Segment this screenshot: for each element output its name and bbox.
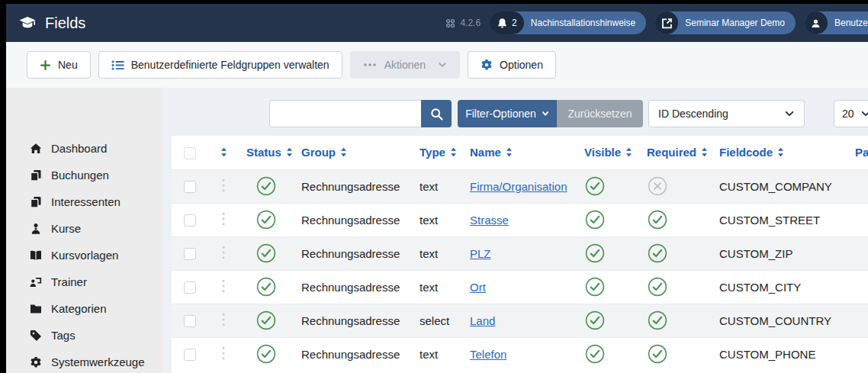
drag-handle-icon[interactable] bbox=[222, 279, 225, 293]
check-circle-icon[interactable] bbox=[648, 277, 667, 297]
nachinstallationshinweise-pill[interactable]: 2 Nachinstallationshinweise bbox=[490, 11, 646, 34]
drag-handle-icon[interactable] bbox=[222, 178, 225, 192]
sidebar-item-tags[interactable]: Tags bbox=[6, 322, 162, 349]
seminar-manager-demo-pill[interactable]: Seminar Manager Demo bbox=[655, 11, 796, 34]
check-circle-icon[interactable] bbox=[256, 243, 276, 263]
drag-handle-icon[interactable] bbox=[222, 346, 225, 360]
row-checkbox[interactable] bbox=[184, 281, 196, 294]
row-checkbox[interactable] bbox=[184, 181, 196, 193]
sidebar: Dashboard Buchungen Interessenten Kurse … bbox=[6, 88, 162, 373]
fieldcode-cell: CUSTOM_STREET bbox=[719, 214, 820, 227]
column-header-visible[interactable]: Visible bbox=[577, 136, 639, 169]
check-circle-icon[interactable] bbox=[256, 344, 276, 364]
search-input[interactable] bbox=[269, 100, 421, 127]
column-header-required[interactable]: Required bbox=[639, 136, 712, 169]
search-button[interactable] bbox=[421, 100, 452, 127]
check-circle-icon[interactable] bbox=[256, 310, 276, 330]
table-row: Rechnungsadresse text Strasse CUSTOM_STR… bbox=[172, 203, 868, 236]
column-header-pa[interactable]: Pa bbox=[847, 136, 868, 169]
options-button[interactable]: Optionen bbox=[468, 51, 556, 79]
sidebar-item-dashboard[interactable]: Dashboard bbox=[6, 135, 162, 162]
visible-cell bbox=[577, 270, 639, 304]
check-circle-icon[interactable] bbox=[585, 277, 605, 297]
row-checkbox[interactable] bbox=[184, 248, 196, 260]
check-circle-icon[interactable] bbox=[648, 344, 667, 364]
sort-icon bbox=[625, 147, 632, 157]
table-row: Rechnungsadresse text Firma/Organisation… bbox=[172, 169, 868, 203]
check-circle-icon[interactable] bbox=[585, 176, 605, 196]
field-name-link[interactable]: Telefon bbox=[470, 348, 506, 361]
ordering-sort-header[interactable] bbox=[208, 136, 239, 169]
check-circle-icon[interactable] bbox=[648, 243, 667, 263]
sort-icon bbox=[220, 147, 227, 157]
visible-cell bbox=[577, 236, 639, 270]
filter-options-button[interactable]: Filter-Optionen bbox=[458, 100, 557, 127]
group-cell: Rechnungsadresse bbox=[301, 214, 400, 227]
check-circle-icon[interactable] bbox=[648, 210, 667, 230]
manage-field-groups-button[interactable]: Benutzerdefinierte Feldgruppen verwalten bbox=[98, 51, 342, 79]
benutzermen-pill[interactable]: Benutzermenü bbox=[805, 11, 868, 34]
sidebar-item-label: Kurse bbox=[51, 222, 81, 235]
sidebar-item-label: Trainer bbox=[51, 275, 87, 288]
sidebar-item-kursvorlagen[interactable]: Kursvorlagen bbox=[6, 242, 162, 268]
group-cell: Rechnungsadresse bbox=[301, 281, 400, 294]
app-title-group: Fields bbox=[19, 14, 85, 32]
field-name-link[interactable]: Strasse bbox=[470, 214, 509, 227]
page-title: Fields bbox=[45, 14, 85, 32]
field-name-link[interactable]: Ort bbox=[470, 281, 486, 294]
check-circle-icon[interactable] bbox=[648, 310, 667, 330]
fieldcode-cell: CUSTOM_CITY bbox=[719, 281, 801, 294]
column-header-name[interactable]: Name bbox=[462, 136, 577, 169]
sort-icon bbox=[701, 147, 708, 157]
check-circle-icon[interactable] bbox=[585, 310, 605, 330]
reset-button[interactable]: Zurücksetzen bbox=[557, 100, 643, 127]
column-header-group[interactable]: Group bbox=[294, 136, 412, 169]
required-cell bbox=[639, 236, 712, 270]
check-circle-icon[interactable] bbox=[585, 243, 605, 263]
sidebar-item-buchungen[interactable]: Buchungen bbox=[6, 162, 162, 188]
select-all-checkbox[interactable] bbox=[184, 147, 196, 159]
column-header-type[interactable]: Type bbox=[412, 136, 462, 169]
sidebar-item-label: Interessenten bbox=[51, 195, 121, 208]
row-checkbox[interactable] bbox=[184, 214, 196, 227]
sidebar-item-systemwerkzeuge[interactable]: Systemwerkzeuge bbox=[6, 349, 162, 373]
column-header-status[interactable]: Status bbox=[239, 136, 294, 169]
drag-handle-icon[interactable] bbox=[222, 212, 225, 226]
check-circle-icon[interactable] bbox=[256, 176, 276, 196]
filter-bar: Filter-Optionen Zurücksetzen ID Descendi… bbox=[269, 100, 868, 127]
x-circle-icon[interactable] bbox=[648, 176, 667, 196]
column-header-fieldcode[interactable]: Fieldcode bbox=[712, 136, 847, 169]
field-name-link[interactable]: PLZ bbox=[470, 247, 491, 260]
sidebar-item-trainer[interactable]: Trainer bbox=[6, 268, 162, 295]
copy-icon bbox=[29, 196, 43, 208]
row-checkbox[interactable] bbox=[184, 349, 196, 361]
drag-handle-icon[interactable] bbox=[222, 246, 225, 259]
sidebar-item-interessenten[interactable]: Interessenten bbox=[6, 188, 162, 215]
fieldcode-cell: CUSTOM_ZIP bbox=[719, 247, 792, 260]
sidebar-item-kurse[interactable]: Kurse bbox=[6, 215, 162, 242]
fieldcode-cell: CUSTOM_COUNTRY bbox=[719, 314, 831, 327]
row-checkbox[interactable] bbox=[184, 315, 196, 327]
actions-dropdown-button[interactable]: Aktionen bbox=[350, 51, 460, 79]
drag-handle-icon[interactable] bbox=[222, 313, 225, 326]
sidebar-item-kategorien[interactable]: Kategorien bbox=[6, 295, 162, 322]
sidebar-item-label: Buchungen bbox=[51, 169, 109, 182]
book-icon bbox=[29, 249, 43, 262]
navbar-right-group: 4.2.6 2 Nachinstallationshinweise Semina… bbox=[445, 11, 868, 34]
field-name-link[interactable]: Firma/Organisation bbox=[470, 180, 567, 193]
check-circle-icon[interactable] bbox=[585, 344, 605, 364]
status-cell bbox=[239, 304, 294, 337]
sort-select[interactable]: ID Descending bbox=[648, 100, 805, 127]
new-button[interactable]: Neu bbox=[27, 51, 91, 79]
type-cell: select bbox=[420, 314, 449, 327]
visible-cell bbox=[577, 203, 639, 236]
check-circle-icon[interactable] bbox=[256, 277, 276, 297]
version-number: 4.2.6 bbox=[460, 18, 481, 28]
check-circle-icon[interactable] bbox=[256, 210, 276, 230]
limit-select[interactable]: 20 bbox=[834, 100, 868, 127]
check-circle-icon[interactable] bbox=[585, 210, 605, 230]
field-name-link[interactable]: Land bbox=[470, 314, 495, 327]
navbar-pills: 2 Nachinstallationshinweise Seminar Mana… bbox=[490, 11, 868, 34]
sidebar-item-label: Tags bbox=[51, 329, 76, 342]
group-cell: Rechnungsadresse bbox=[301, 180, 400, 193]
